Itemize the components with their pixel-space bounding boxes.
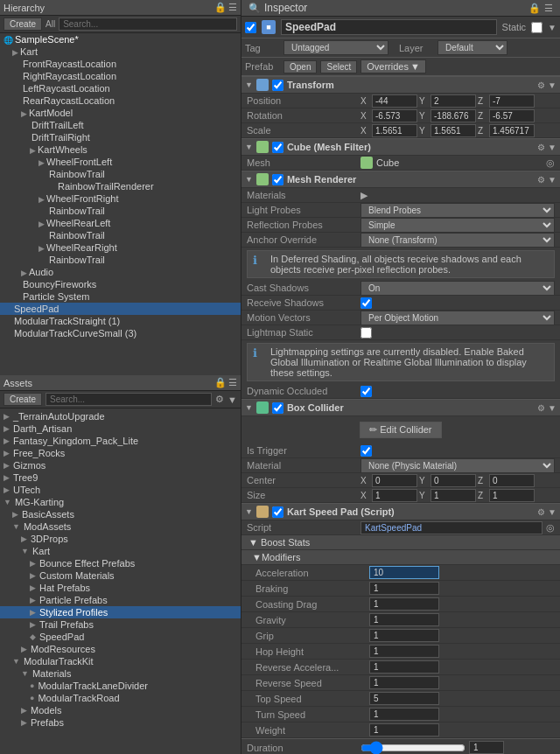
asset-tree-item[interactable]: ▶Darth_Artisan [0, 422, 241, 435]
hierarchy-tree-item[interactable]: 🌐SampleScene* [0, 33, 241, 45]
asset-tree-item[interactable]: ▶Fantasy_Kingdom_Pack_Lite [0, 435, 241, 447]
object-name-field[interactable] [281, 19, 497, 35]
asset-tree-item[interactable]: ●ModularTrackRoad [0, 692, 241, 704]
tag-dropdown[interactable]: Untagged [284, 40, 388, 55]
assets-settings-icon[interactable]: ⚙ [215, 394, 224, 405]
box-collider-header[interactable]: ▼ Box Collider ⚙ ▼ [242, 399, 560, 416]
asset-tree-item[interactable]: ▼MG-Karting [0, 496, 241, 508]
kart-speed-pad-gear-button[interactable]: ⚙ ▼ [537, 507, 556, 517]
modifier-value-input[interactable] [369, 582, 439, 595]
hierarchy-tree-item[interactable]: ModularTrackCurveSmall (3) [0, 327, 241, 339]
static-checkbox[interactable] [531, 22, 542, 33]
hierarchy-tree-item[interactable]: DriftTrailRight [0, 131, 241, 143]
hierarchy-tree-item[interactable]: ▶Audio [0, 266, 241, 278]
position-z-input[interactable] [489, 94, 535, 108]
asset-tree-item[interactable]: ▶Stylized Profiles [0, 606, 241, 618]
script-select-icon[interactable]: ◎ [546, 522, 555, 534]
dynamic-occluded-checkbox[interactable] [360, 386, 372, 397]
center-y-input[interactable] [430, 474, 476, 487]
hierarchy-tree-item[interactable]: ModularTrackStraight (1) [0, 315, 241, 327]
hierarchy-tree-item[interactable]: RightRaycastLocation [0, 70, 241, 82]
open-button[interactable]: Open [284, 60, 317, 73]
asset-tree-item[interactable]: ▼ModAssets [0, 520, 241, 533]
hierarchy-tree-item[interactable]: ▶WheelRearRight [0, 241, 241, 254]
hierarchy-tree-item[interactable]: BouncyFireworks [0, 278, 241, 290]
size-y-input[interactable] [430, 489, 476, 502]
asset-tree-item[interactable]: ▼ModularTrackKit [0, 655, 241, 667]
mesh-filter-header[interactable]: ▼ Cube (Mesh Filter) ⚙ ▼ [242, 138, 560, 156]
position-x-input[interactable] [372, 94, 417, 108]
overrides-button[interactable]: Overrides ▼ [360, 59, 426, 73]
duration-value-input[interactable] [469, 741, 504, 754]
kart-speed-pad-enable-checkbox[interactable] [272, 506, 284, 518]
is-trigger-checkbox[interactable] [360, 445, 372, 457]
mesh-renderer-enable-checkbox[interactable] [272, 174, 284, 185]
scale-x-input[interactable] [372, 124, 417, 137]
asset-tree-item[interactable]: ▼Materials [0, 667, 241, 680]
boost-stats-header[interactable]: ▼ Boost Stats [242, 535, 560, 550]
asset-tree-item[interactable]: ▶Trail Prefabs [0, 618, 241, 631]
center-x-input[interactable] [372, 474, 417, 487]
hierarchy-tree-item[interactable]: DriftTrailLeft [0, 119, 241, 131]
asset-tree-item[interactable]: ▼Kart [0, 545, 241, 557]
size-x-input[interactable] [372, 489, 417, 502]
hierarchy-search[interactable] [59, 17, 237, 31]
inspector-lock-icon[interactable]: 🔒 [528, 3, 541, 14]
modifier-value-input[interactable] [369, 645, 439, 658]
motion-vectors-dropdown[interactable]: Per Object Motion [360, 311, 555, 325]
layer-dropdown[interactable]: Default [438, 40, 508, 55]
hierarchy-tree-item[interactable]: LeftRaycastLocation [0, 82, 241, 94]
center-z-input[interactable] [489, 474, 535, 487]
rotation-z-input[interactable] [489, 109, 535, 122]
modifier-value-input[interactable] [369, 723, 439, 737]
mesh-renderer-gear-button[interactable]: ⚙ ▼ [537, 175, 556, 185]
modifier-value-input[interactable] [369, 613, 439, 626]
light-probes-dropdown[interactable]: Blend Probes [360, 203, 555, 218]
transform-header[interactable]: ▼ Transform ⚙ ▼ [242, 76, 560, 94]
hierarchy-tree-item[interactable]: RainbowTrail [0, 254, 241, 266]
mesh-select-icon[interactable]: ◎ [546, 157, 555, 169]
hierarchy-tree-item[interactable]: RainbowTrail [0, 229, 241, 241]
asset-tree-item[interactable]: ▶Bounce Effect Prefabs [0, 557, 241, 569]
transform-enable-checkbox[interactable] [272, 80, 284, 91]
box-collider-gear-button[interactable]: ⚙ ▼ [537, 403, 556, 413]
cast-shadows-dropdown[interactable]: On [360, 281, 555, 296]
hierarchy-tree-item[interactable]: RearRaycastLocation [0, 94, 241, 107]
scale-z-input[interactable] [489, 124, 535, 137]
hierarchy-tree-item[interactable]: FrontRaycastLocation [0, 58, 241, 70]
modifier-value-input[interactable] [369, 708, 439, 721]
static-dropdown-arrow[interactable]: ▼ [548, 23, 556, 32]
assets-search[interactable] [46, 393, 212, 406]
mesh-filter-enable-checkbox[interactable] [272, 142, 284, 153]
asset-tree-item[interactable]: ▶UTech [0, 484, 241, 496]
rotation-y-input[interactable] [430, 109, 476, 122]
duration-slider[interactable] [360, 741, 466, 755]
reflection-probes-dropdown[interactable]: Simple [360, 218, 555, 233]
mesh-filter-gear-button[interactable]: ⚙ ▼ [537, 143, 556, 152]
modifier-value-input[interactable] [369, 629, 439, 642]
asset-tree-item[interactable]: ▶3DProps [0, 533, 241, 545]
asset-tree-item[interactable]: ▶Prefabs [0, 716, 241, 729]
asset-tree-item[interactable]: ▶Free_Rocks [0, 447, 241, 459]
hierarchy-tree-item[interactable]: ▶WheelRearLeft [0, 217, 241, 229]
hierarchy-tree-item[interactable]: RainbowTrailRenderer [0, 180, 241, 192]
position-y-input[interactable] [430, 94, 476, 108]
transform-gear-button[interactable]: ⚙ ▼ [537, 80, 556, 90]
hierarchy-tree-item[interactable]: ▶KartModel [0, 107, 241, 119]
rotation-x-input[interactable] [372, 109, 417, 122]
asset-tree-item[interactable]: ▶Custom Materials [0, 569, 241, 582]
inspector-menu-icon[interactable]: ☰ [544, 3, 553, 14]
modifier-value-input[interactable] [369, 597, 439, 611]
modifiers-header[interactable]: ▼ Modifiers [242, 550, 560, 565]
hierarchy-tree-item[interactable]: RainbowTrail [0, 205, 241, 217]
edit-collider-button[interactable]: ✏ Edit Collider [360, 422, 441, 438]
assets-filter-icon[interactable]: ▼ [228, 394, 237, 405]
hierarchy-tree-item[interactable]: RainbowTrail [0, 168, 241, 180]
collider-material-dropdown[interactable]: None (Physic Material) [360, 458, 555, 473]
asset-tree-item[interactable]: ▶_TerrainAutoUpgrade [0, 410, 241, 422]
anchor-override-dropdown[interactable]: None (Transform) [360, 233, 555, 248]
asset-tree-item[interactable]: ▶Tree9 [0, 471, 241, 484]
select-button[interactable]: Select [320, 60, 357, 73]
asset-tree-item[interactable]: ▶Gizmos [0, 459, 241, 471]
asset-tree-item[interactable]: ▶Hat Prefabs [0, 582, 241, 594]
